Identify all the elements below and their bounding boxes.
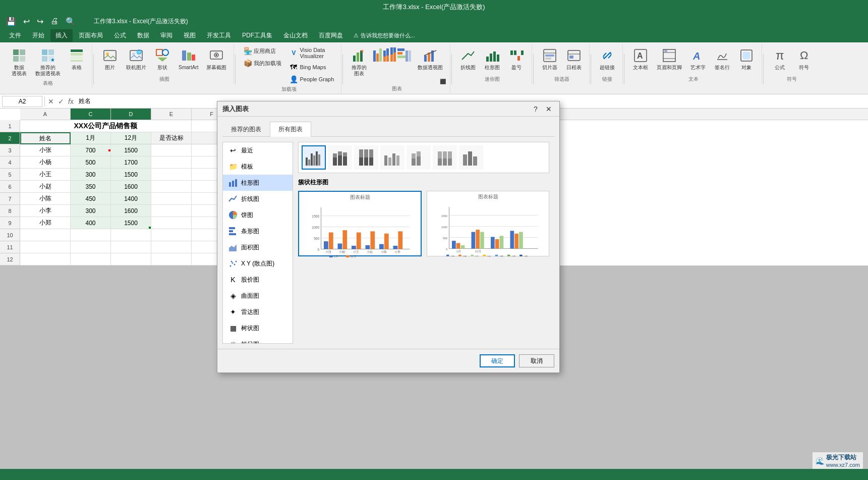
cell-12a[interactable] xyxy=(20,253,71,265)
menu-jinshan[interactable]: 金山文档 xyxy=(278,29,313,42)
col-header-a[interactable]: A xyxy=(20,109,71,120)
cell-12d[interactable] xyxy=(111,253,151,265)
bing-maps-btn[interactable]: 🗺 Bing Maps xyxy=(286,62,337,73)
cell-4c[interactable]: 500 xyxy=(71,156,111,169)
cell-5d[interactable]: 1500 xyxy=(111,169,151,181)
cell-9c[interactable]: 400 xyxy=(71,217,111,229)
visio-btn[interactable]: V Visio DataVisualizer xyxy=(286,45,337,61)
signature-btn[interactable]: 签名行 xyxy=(711,45,733,73)
menu-home[interactable]: 开始 xyxy=(27,29,49,42)
cell-11c[interactable] xyxy=(71,241,111,253)
charts-expand-btn[interactable]: ⬛ xyxy=(440,79,446,84)
suggest-bar-inline[interactable]: ⚠ 告诉我您想要做什么... xyxy=(354,32,415,39)
textbox-btn[interactable]: A 文本框 xyxy=(629,45,652,73)
cell-6e[interactable] xyxy=(151,181,192,193)
chart-type-line[interactable]: 折线图 xyxy=(223,191,293,207)
chart-preview-2[interactable]: 图表标题 0 500 xyxy=(427,191,549,256)
cell-3c[interactable]: 700 xyxy=(71,144,111,156)
subtype-cluster3d[interactable] xyxy=(380,145,404,170)
save-btn[interactable]: 💾 xyxy=(4,16,18,27)
chart-type-hbar[interactable]: 条形图 xyxy=(223,223,293,239)
cell-7a[interactable]: 小陈 xyxy=(20,193,71,205)
header-footer-btn[interactable]: 页眉和页脚 xyxy=(654,45,685,73)
cell-10d[interactable] xyxy=(111,229,151,241)
cell-11d[interactable] xyxy=(111,241,151,253)
my-addin-btn[interactable]: 📦 我的加载项 xyxy=(241,58,284,69)
suggest-chart-btn[interactable]: ★ 推荐的图表 xyxy=(348,45,370,79)
insert-chart-dialog[interactable]: 插入图表 ? ✕ 推荐的图表 所有图表 ↩ xyxy=(217,101,560,265)
menu-insert[interactable]: 插入 xyxy=(50,29,73,42)
cell-7d[interactable]: 1400 xyxy=(111,193,151,205)
menu-review[interactable]: 审阅 xyxy=(155,29,178,42)
table-btn[interactable]: 表格 xyxy=(66,45,88,73)
chart-preview-1[interactable]: 图表标题 xyxy=(298,191,422,256)
cell-4d[interactable]: 1700 xyxy=(111,156,151,169)
subtype-col3d[interactable] xyxy=(459,145,483,170)
tab-all[interactable]: 所有图表 xyxy=(270,122,311,137)
timeline-btn[interactable]: 日程表 xyxy=(563,45,585,73)
chart-type-bar[interactable]: 柱形图 xyxy=(223,175,293,191)
cell-4e[interactable] xyxy=(151,156,192,169)
undo-btn[interactable]: ↩ xyxy=(21,16,32,27)
cell-9d[interactable]: 1500 xyxy=(111,217,151,229)
subtype-cluster[interactable] xyxy=(302,145,326,170)
subtype-stack[interactable] xyxy=(328,145,352,170)
cell-5c[interactable]: 300 xyxy=(71,169,111,181)
dialog-close-btn[interactable]: ✕ xyxy=(543,103,554,115)
dialog-help-btn[interactable]: ? xyxy=(530,103,541,115)
chart-type-scatter[interactable]: X Y (散点图) xyxy=(223,255,293,265)
hyperlink-btn[interactable]: 超链接 xyxy=(596,45,618,73)
cell-9e[interactable] xyxy=(151,217,192,229)
cell-8a[interactable]: 小李 xyxy=(20,205,71,217)
store-btn[interactable]: 🏪 应用商店 xyxy=(241,45,284,57)
cell-2a[interactable]: 姓名 xyxy=(20,132,71,144)
chart-type-template[interactable]: 📁 模板 xyxy=(223,158,293,175)
cell-4a[interactable]: 小杨 xyxy=(20,156,71,169)
redo-btn[interactable]: ↪ xyxy=(35,16,45,27)
subtype-stack3d100[interactable] xyxy=(433,145,457,170)
menu-data[interactable]: 数据 xyxy=(132,29,154,42)
image-btn[interactable]: 图片 xyxy=(99,45,121,73)
col-header-d[interactable]: D xyxy=(111,109,151,120)
shape-btn[interactable]: 形状 xyxy=(151,45,173,73)
cell-2e[interactable]: 是否达标 xyxy=(151,132,192,144)
cell-reference[interactable] xyxy=(2,96,42,107)
cell-6d[interactable]: 1600 xyxy=(111,181,151,193)
cell-2d[interactable]: 12月 xyxy=(111,132,151,144)
formula-btn[interactable]: π 公式 xyxy=(769,45,791,73)
screenshot-btn[interactable]: 屏幕截图 xyxy=(203,45,229,73)
menu-baidu[interactable]: 百度网盘 xyxy=(314,29,348,42)
menu-formula[interactable]: 公式 xyxy=(109,29,131,42)
cell-title[interactable]: XXX公司产品销售额 xyxy=(20,120,192,132)
cell-9a[interactable]: 小郑 xyxy=(20,217,71,229)
chart-type-area[interactable]: 面积图 xyxy=(223,239,293,255)
cell-6a[interactable]: 小赵 xyxy=(20,181,71,193)
cell-10e[interactable] xyxy=(151,229,192,241)
pivot-table-btn[interactable]: 数据透视表 xyxy=(8,45,30,79)
confirm-formula-icon[interactable]: ✓ xyxy=(57,96,65,106)
people-graph-btn[interactable]: 👤 People Graph xyxy=(286,74,337,85)
col-header-c[interactable]: C xyxy=(71,109,111,120)
cell-7e[interactable] xyxy=(151,193,192,205)
tab-recommended[interactable]: 推荐的图表 xyxy=(222,122,270,137)
symbol-btn[interactable]: Ω 符号 xyxy=(793,45,815,73)
print-btn[interactable]: 🖨 xyxy=(48,16,61,27)
insert-function-icon[interactable]: fx xyxy=(67,96,75,106)
cell-11a[interactable] xyxy=(20,241,71,253)
slicer-btn[interactable]: 切片器 xyxy=(539,45,561,73)
menu-view[interactable]: 视图 xyxy=(179,29,201,42)
sparkline-line-btn[interactable]: 折线图 xyxy=(457,45,479,73)
cell-12c[interactable] xyxy=(71,253,111,265)
subtype-stack3d[interactable] xyxy=(407,145,431,170)
menu-dev[interactable]: 开发工具 xyxy=(202,29,236,42)
wordart-btn[interactable]: A 艺术字 xyxy=(687,45,709,73)
cell-10a[interactable] xyxy=(20,229,71,241)
cell-2c[interactable]: 1月 xyxy=(71,132,111,144)
subtype-stack100[interactable] xyxy=(354,145,378,170)
menu-file[interactable]: 文件 xyxy=(4,29,26,42)
suggest-pivot-btn[interactable]: ★ 推荐的数据透视表 xyxy=(32,45,64,79)
cell-11e[interactable] xyxy=(151,241,192,253)
cell-6c[interactable]: 350 xyxy=(71,181,111,193)
object-btn[interactable]: 对象 xyxy=(735,45,758,73)
smartart-btn[interactable]: SmartArt xyxy=(176,45,201,73)
